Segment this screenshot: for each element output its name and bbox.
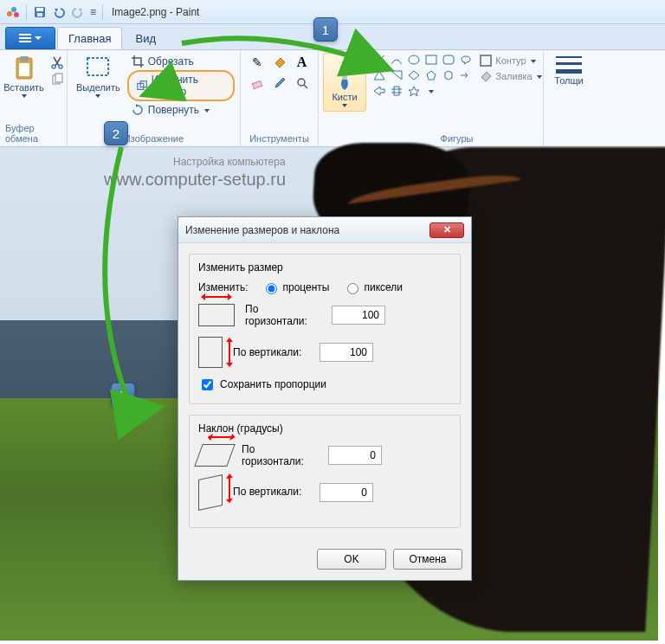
- magnifier-tool[interactable]: [292, 74, 313, 93]
- callout-2: 2: [104, 121, 128, 145]
- svg-point-21: [409, 55, 419, 64]
- group-thickness: Толщи: [544, 50, 594, 146]
- cancel-button[interactable]: Отмена: [393, 549, 462, 570]
- group-shapes: Контур Заливка Фигуры: [371, 50, 544, 146]
- radio-percent[interactable]: проценты: [261, 280, 329, 294]
- svg-point-10: [59, 65, 62, 68]
- ok-button[interactable]: OK: [317, 549, 386, 570]
- svg-rect-19: [342, 74, 347, 80]
- svg-point-17: [298, 79, 305, 86]
- eyedropper-tool[interactable]: [269, 74, 290, 93]
- cut-icon[interactable]: [50, 55, 64, 69]
- group-image: Выделить Обрезать Изменить размер Поверн…: [68, 50, 241, 146]
- undo-icon[interactable]: [52, 5, 66, 19]
- skew-v-input[interactable]: [320, 483, 373, 502]
- svg-point-9: [52, 65, 55, 68]
- shape-outline[interactable]: Контур: [479, 53, 541, 68]
- tab-view[interactable]: Вид: [124, 27, 167, 49]
- resize-button[interactable]: Изменить размер: [127, 70, 235, 101]
- vertical-diagram-icon: [198, 337, 223, 368]
- thickness-button[interactable]: Толщи: [551, 53, 586, 87]
- skew-v-diagram-icon: [198, 474, 223, 511]
- group-brushes: Кисти: [319, 50, 371, 146]
- watermark-small: Настройка компьютера: [173, 156, 286, 168]
- eraser-tool[interactable]: [247, 74, 268, 93]
- callout-1: 1: [313, 17, 338, 42]
- skew-fieldset: Наклон (градусы) По горизонтали: По верт…: [189, 415, 461, 528]
- skew-legend: Наклон (градусы): [198, 422, 451, 435]
- close-button[interactable]: ✕: [429, 222, 464, 238]
- select-icon: [84, 55, 112, 82]
- file-menu[interactable]: [5, 27, 55, 49]
- shapes-more[interactable]: [423, 84, 439, 98]
- customize-qat[interactable]: ≡: [90, 6, 96, 18]
- svg-rect-8: [19, 63, 29, 76]
- ribbon: Вставить Буфер обмена Выделить: [0, 50, 665, 147]
- skew-h-input[interactable]: [328, 446, 382, 465]
- tab-home[interactable]: Главная: [57, 27, 122, 49]
- svg-rect-13: [87, 58, 108, 75]
- text-tool[interactable]: A: [292, 53, 313, 72]
- group-tools: ✎ A Инструменты: [241, 50, 319, 146]
- horizontal-diagram-icon: [198, 304, 235, 326]
- resize-fieldset: Изменить размер Изменить: проценты пиксе…: [189, 254, 461, 404]
- bucket-tool[interactable]: [269, 53, 290, 72]
- svg-rect-4: [36, 8, 43, 11]
- svg-point-1: [11, 7, 16, 12]
- watermark-main: www.computer-setup.ru: [104, 170, 286, 190]
- window-title: Image2.png - Paint: [112, 6, 199, 18]
- skew-h-diagram-icon: [194, 444, 235, 467]
- vertical-label: По вертикали:: [233, 346, 309, 358]
- dialog-titlebar[interactable]: Изменение размеров и наклона ✕: [178, 217, 471, 243]
- redo-icon[interactable]: [71, 5, 85, 19]
- app-icon: [6, 5, 20, 19]
- vertical-input[interactable]: [320, 343, 373, 362]
- svg-rect-5: [37, 13, 42, 16]
- clipboard-icon: [10, 55, 38, 82]
- group-clipboard: Вставить Буфер обмена: [0, 50, 68, 146]
- pencil-tool[interactable]: ✎: [247, 53, 268, 72]
- svg-rect-12: [55, 74, 62, 82]
- radio-pixels[interactable]: пиксели: [343, 280, 403, 294]
- resize-legend: Изменить размер: [198, 261, 451, 274]
- brushes-button[interactable]: Кисти: [323, 53, 366, 112]
- skew-h-label: По горизонтали:: [242, 443, 318, 468]
- svg-rect-23: [443, 55, 454, 64]
- svg-rect-22: [426, 55, 436, 64]
- keep-ratio-checkbox[interactable]: [202, 379, 213, 390]
- svg-line-18: [304, 85, 307, 88]
- copy-icon[interactable]: [50, 73, 64, 87]
- svg-line-20: [374, 55, 384, 64]
- thickness-icon: [556, 55, 582, 75]
- svg-point-0: [7, 11, 12, 16]
- svg-point-2: [14, 12, 19, 17]
- change-label: Изменить:: [198, 281, 248, 293]
- horizontal-label: По горизонтали:: [245, 303, 321, 328]
- paste-button[interactable]: Вставить: [0, 53, 48, 100]
- brush-icon: [331, 57, 358, 92]
- callout-3: 3: [111, 383, 135, 407]
- rotate-button[interactable]: Повернуть: [127, 101, 235, 119]
- crop-icon: [131, 55, 145, 68]
- shape-fill[interactable]: Заливка: [479, 68, 541, 84]
- svg-rect-16: [252, 80, 261, 88]
- skew-v-label: По вертикали:: [233, 486, 309, 498]
- svg-rect-24: [481, 55, 491, 66]
- dialog-title-text: Изменение размеров и наклона: [185, 224, 339, 236]
- rotate-icon: [131, 103, 145, 117]
- horizontal-input[interactable]: [332, 306, 385, 325]
- resize-dialog: Изменение размеров и наклона ✕ Изменить …: [178, 216, 472, 581]
- select-button[interactable]: Выделить: [73, 53, 124, 119]
- resize-icon: [136, 79, 148, 93]
- keep-ratio-label: Сохранить пропорции: [220, 378, 326, 390]
- svg-rect-7: [20, 56, 29, 61]
- save-icon[interactable]: [33, 5, 47, 19]
- crop-button[interactable]: Обрезать: [127, 53, 235, 70]
- shapes-gallery[interactable]: [371, 53, 474, 98]
